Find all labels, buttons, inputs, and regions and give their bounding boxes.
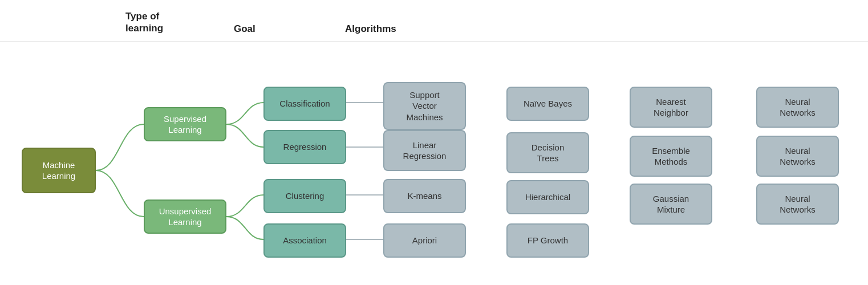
gaussian-mixture-node: GaussianMixture xyxy=(630,184,712,225)
neural-networks-node-2: NeuralNetworks xyxy=(756,136,839,177)
machine-learning-node: MachineLearning xyxy=(22,148,96,193)
diagram: Type oflearning Goal Algorithms MachineL… xyxy=(0,0,868,285)
regression-node: Regression xyxy=(263,130,346,164)
supervised-learning-node: SupervisedLearning xyxy=(144,107,226,141)
unsupervised-learning-node: UnsupervisedLearning xyxy=(144,199,226,234)
decision-trees-node: DecisionTrees xyxy=(506,132,589,173)
neural-networks-node-1: NeuralNetworks xyxy=(756,87,839,128)
apriori-node: Apriori xyxy=(383,223,466,258)
association-node: Association xyxy=(263,223,346,258)
clustering-node: Clustering xyxy=(263,179,346,213)
fp-growth-node: FP Growth xyxy=(506,223,589,258)
linear-regression-node: LinearRegression xyxy=(383,130,466,171)
ensemble-methods-node: EnsembleMethods xyxy=(630,136,712,177)
neural-networks-node-3: NeuralNetworks xyxy=(756,184,839,225)
header-row: Type oflearning Goal Algorithms xyxy=(0,0,868,42)
header-type: Type oflearning xyxy=(125,10,234,35)
svm-node: SupportVectorMachines xyxy=(383,82,466,130)
kmeans-node: K-means xyxy=(383,179,466,213)
header-algo: Algorithms xyxy=(345,23,744,35)
naive-bayes-node: Naïve Bayes xyxy=(506,87,589,121)
hierarchical-node: Hierarchical xyxy=(506,180,589,214)
classification-node: Classification xyxy=(263,87,346,121)
header-goal: Goal xyxy=(234,23,345,35)
nearest-neighbor-node: NearestNeighbor xyxy=(630,87,712,128)
